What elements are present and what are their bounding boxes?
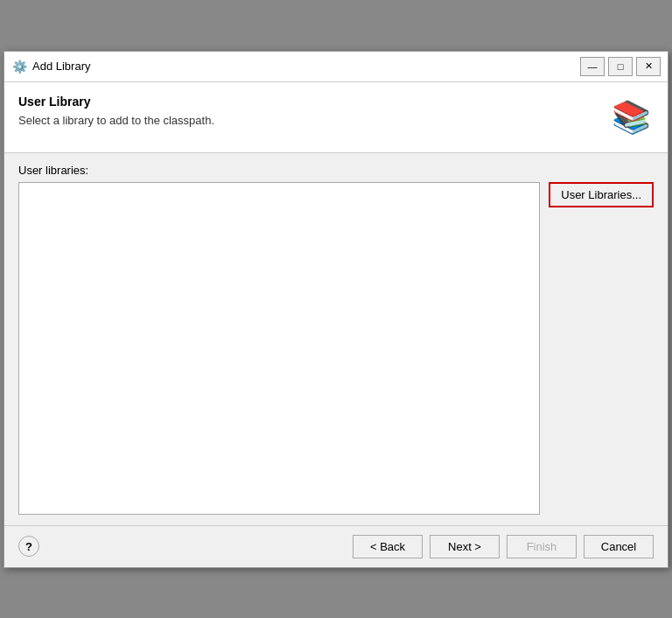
user-libraries-list[interactable] — [18, 182, 540, 515]
window-controls: — □ ✕ — [580, 57, 661, 76]
maximize-button[interactable]: □ — [608, 57, 633, 76]
header-text: User Library Select a library to add to … — [18, 95, 214, 127]
content-body: User Libraries... — [18, 182, 654, 515]
finish-button[interactable]: Finish — [507, 535, 577, 558]
minimize-button[interactable]: — — [580, 57, 605, 76]
title-bar: ⚙️ Add Library — □ ✕ — [4, 52, 668, 82]
back-button[interactable]: < Back — [353, 535, 423, 558]
footer-section: ? < Back Next > Finish Cancel — [4, 525, 668, 567]
header-description: Select a library to add to the classpath… — [18, 114, 214, 127]
cancel-button[interactable]: Cancel — [584, 535, 654, 558]
content-section: User libraries: User Libraries... — [4, 153, 668, 525]
next-button[interactable]: Next > — [430, 535, 500, 558]
window-icon: ⚙️ — [11, 59, 27, 74]
header-title: User Library — [18, 95, 214, 109]
help-button[interactable]: ? — [18, 536, 39, 557]
window-title: Add Library — [32, 60, 575, 73]
add-library-dialog: ⚙️ Add Library — □ ✕ User Library Select… — [4, 51, 668, 568]
close-button[interactable]: ✕ — [636, 57, 661, 76]
user-libraries-label: User libraries: — [18, 164, 654, 177]
library-icon: 📚 — [608, 95, 654, 140]
header-section: User Library Select a library to add to … — [4, 82, 668, 153]
side-buttons: User Libraries... — [549, 182, 654, 515]
user-libraries-button[interactable]: User Libraries... — [549, 182, 654, 207]
